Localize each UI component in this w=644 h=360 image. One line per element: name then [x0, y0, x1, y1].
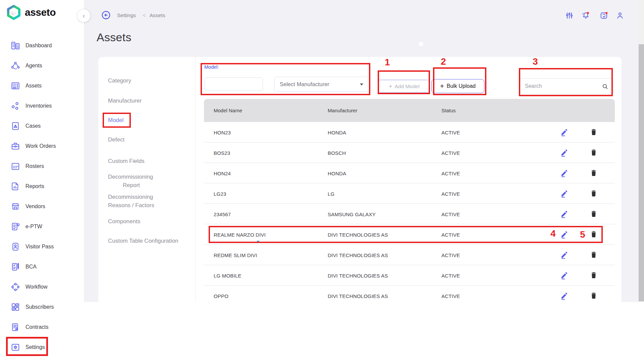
column-header-model-name: Model Name	[214, 108, 242, 113]
sidebar-collapse-button[interactable]: ‹	[77, 9, 90, 22]
column-header-status: Status	[441, 108, 456, 113]
id-card-icon	[10, 242, 20, 252]
sidebar-item-e-ptw[interactable]: e-PTW	[0, 217, 84, 237]
breadcrumb-settings[interactable]: Settings	[117, 12, 136, 18]
settings-nav-item-label: Decommissioning	[108, 173, 153, 181]
model-filter-input[interactable]	[205, 77, 263, 91]
manufacturer-select[interactable]: Select Manufacturer	[274, 77, 370, 92]
edit-pencil-icon[interactable]	[560, 189, 569, 198]
cell-manufacturer: HONDA	[328, 171, 346, 176]
asseto-logo-icon	[6, 5, 21, 20]
chevron-down-icon	[360, 83, 363, 85]
edit-pencil-icon[interactable]	[560, 271, 569, 280]
sidebar-item-assets[interactable]: Assets	[0, 76, 84, 96]
search-icon	[601, 83, 609, 90]
assets-icon	[10, 81, 20, 91]
settings-nav-item-label: Defect	[108, 135, 124, 144]
edit-pencil-icon[interactable]	[560, 169, 569, 177]
scrollbar-thumb[interactable]	[639, 44, 644, 301]
add-model-button[interactable]: + Add Model	[378, 80, 430, 93]
table-row: LG MOBILEDIVI TECHNOLOGIES ASACTIVE	[204, 265, 615, 286]
sidebar-item-agents[interactable]: Agents	[0, 56, 84, 76]
trash-icon[interactable]	[590, 292, 598, 300]
sidebar-item-subscribers[interactable]: Subscribers	[0, 297, 84, 317]
table-row: REDME SLIM DIVIDIVI TECHNOLOGIES ASACTIV…	[204, 245, 615, 265]
manufacturer-select-value: Select Manufacturer	[280, 81, 329, 87]
search-input[interactable]	[525, 83, 595, 89]
report-doc-icon	[10, 181, 20, 191]
trash-icon[interactable]	[590, 210, 598, 218]
edit-pencil-icon[interactable]	[560, 230, 569, 239]
table-body: HON23HONDAACTIVEBOS23BOSCHACTIVEHON24HON…	[204, 122, 615, 302]
agents-icon	[10, 61, 20, 71]
edit-pencil-icon[interactable]	[560, 128, 569, 136]
table-header: Model Name Manufacturer Status	[204, 99, 615, 122]
settings-nav-item-components[interactable]: Components	[108, 217, 140, 225]
trash-icon[interactable]	[590, 189, 598, 197]
annotation-number-1: 1	[385, 57, 390, 68]
user-icon[interactable]	[615, 11, 625, 20]
cell-model-name: HON24	[214, 171, 231, 176]
table-row: HON23HONDAACTIVE	[204, 122, 615, 142]
sidebar-item-vendors[interactable]: Vendors	[0, 196, 84, 217]
trash-icon[interactable]	[590, 169, 598, 177]
settings-nav-item-decommissioning-report[interactable]: DecommissioningReport	[108, 173, 153, 181]
sidebar-item-cases[interactable]: Cases	[0, 116, 84, 136]
edit-pencil-icon[interactable]	[560, 148, 569, 157]
sidebar-item-contracts[interactable]: Contracts	[0, 317, 84, 337]
trash-icon[interactable]	[590, 251, 598, 259]
sidebar-item-rosters[interactable]: Rosters	[0, 156, 84, 176]
settings-nav-item-custom-table-configuration[interactable]: Custom Table Configuration	[108, 237, 178, 245]
settings-nav-item-category[interactable]: Category	[108, 76, 131, 84]
settings-nav-item-manufacturer[interactable]: Manufacturer	[108, 97, 142, 105]
cell-model-name: BOS23	[214, 150, 230, 156]
table-row: 234567SAMSUNG GALAXYACTIVE	[204, 204, 615, 224]
back-arrow-icon[interactable]	[101, 10, 111, 20]
settings-nav-item-model[interactable]: Model	[108, 116, 123, 124]
settings-nav-item-label: Reasons / Factors	[108, 201, 154, 209]
trash-icon[interactable]	[590, 148, 598, 157]
breadcrumb-separator: <	[143, 13, 146, 18]
sidebar-item-label: Subscribers	[25, 304, 54, 310]
sidebar-item-label: Dashboard	[25, 43, 52, 49]
trash-icon[interactable]	[590, 271, 598, 279]
sidebar-item-label: Rosters	[25, 163, 44, 169]
cell-status: ACTIVE	[441, 293, 460, 299]
annotation-number-4: 4	[550, 228, 556, 239]
annotation-number-5: 5	[580, 229, 585, 240]
settings-nav-item-label: Custom Fields	[108, 157, 145, 165]
filter-sliders-icon[interactable]	[565, 11, 574, 20]
edit-pencil-icon[interactable]	[560, 291, 569, 300]
sidebar-item-workflow[interactable]: Workflow	[0, 277, 84, 297]
trash-icon[interactable]	[590, 230, 598, 238]
bulk-upload-button[interactable]: + Bulk Upload	[431, 79, 484, 93]
sidebar-item-settings[interactable]: Settings	[0, 337, 84, 357]
search-field[interactable]	[520, 78, 614, 94]
sidebar-item-dashboard[interactable]: Dashboard	[0, 36, 84, 56]
edit-pencil-icon[interactable]	[560, 250, 569, 259]
cursor-artifact	[419, 42, 423, 46]
sidebar-item-work-orders[interactable]: Work Orders	[0, 136, 84, 156]
sidebar-item-reports[interactable]: Reports	[0, 176, 84, 196]
cell-model-name: REDME SLIM DIVI	[214, 252, 257, 258]
trash-icon[interactable]	[590, 128, 598, 136]
settings-box-icon	[10, 342, 20, 352]
task-check-icon[interactable]	[599, 11, 608, 20]
inventories-icon	[10, 101, 20, 111]
sidebar-item-inventories[interactable]: Inventories	[0, 96, 84, 116]
page-title: Assets	[97, 31, 131, 44]
cell-model-name: REALME NARZO DIVI	[214, 232, 266, 238]
sidebar-item-bca[interactable]: BCA	[0, 257, 84, 277]
settings-nav-item-decommissioning-reasons-factors[interactable]: DecommissioningReasons / Factors	[108, 193, 154, 201]
sidebar-item-visitor-pass[interactable]: Visitor Pass	[0, 237, 84, 257]
settings-nav-item-custom-fields[interactable]: Custom Fields	[108, 157, 145, 165]
bell-icon[interactable]	[581, 11, 590, 20]
buildings-icon	[10, 41, 20, 51]
settings-nav-item-defect[interactable]: Defect	[108, 135, 124, 143]
edit-pencil-icon[interactable]	[560, 209, 569, 218]
brand-name: asseto	[25, 7, 56, 18]
sidebar-item-label: Reports	[25, 183, 44, 189]
plus-icon: +	[388, 83, 392, 90]
cell-model-name: OPPO	[214, 293, 228, 299]
breadcrumb-assets[interactable]: Assets	[150, 12, 165, 18]
